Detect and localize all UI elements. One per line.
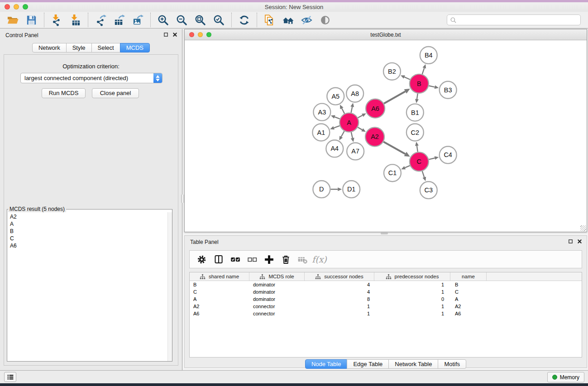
hide-panels-eye-button[interactable] — [297, 13, 316, 27]
table-row[interactable]: A6connector11A6 — [190, 310, 582, 317]
graph-node-A8[interactable]: A8 — [346, 85, 363, 102]
graph-node-C1[interactable]: C1 — [384, 164, 401, 181]
scrollbar-thumb[interactable] — [381, 232, 388, 234]
graph-node-C4[interactable]: C4 — [440, 146, 457, 163]
memory-button[interactable]: Memory — [547, 372, 584, 382]
search-field[interactable] — [447, 14, 581, 25]
graph-node-C2[interactable]: C2 — [406, 124, 424, 141]
column-header-successor-nodes[interactable]: successor nodes — [305, 272, 374, 281]
graph-node-B4[interactable]: B4 — [420, 47, 437, 64]
graph-edge-A-A7[interactable] — [351, 132, 354, 142]
graph-node-A3[interactable]: A3 — [313, 104, 330, 121]
tab-network[interactable]: Network — [32, 43, 67, 52]
column-header-shared-name[interactable]: shared name — [190, 272, 249, 281]
float-table-panel-icon[interactable] — [568, 239, 573, 244]
close-table-panel-icon[interactable] — [577, 239, 582, 244]
task-history-button[interactable] — [4, 372, 16, 382]
mcds-result-item[interactable]: C — [10, 235, 167, 242]
export-network-button[interactable] — [91, 13, 110, 27]
graph-node-C3[interactable]: C3 — [420, 181, 437, 199]
tab-edge-table[interactable]: Edge Table — [347, 359, 389, 369]
deselect-all-button[interactable] — [244, 252, 261, 267]
graph-node-B1[interactable]: B1 — [406, 104, 424, 121]
graph-node-B[interactable]: B — [410, 74, 429, 93]
clipboard-network-button[interactable] — [260, 13, 279, 27]
open-folder-button[interactable] — [4, 13, 22, 27]
graph-edge-A-A3[interactable] — [331, 115, 340, 119]
graph-node-A4[interactable]: A4 — [326, 140, 343, 157]
graph-edge-A-A1[interactable] — [330, 126, 339, 129]
tab-node-table[interactable]: Node Table — [305, 359, 348, 369]
gear-button[interactable] — [194, 252, 210, 267]
graph-edge-B-B1[interactable] — [415, 94, 419, 103]
columns-button[interactable] — [210, 252, 227, 267]
float-panel-icon[interactable] — [163, 32, 168, 37]
show-eye-button[interactable] — [316, 13, 335, 27]
tab-mcds[interactable]: MCDS — [120, 43, 150, 52]
splitter-grip[interactable] — [181, 195, 184, 203]
tab-network-table[interactable]: Network Table — [388, 359, 438, 369]
export-image-button[interactable] — [129, 13, 147, 27]
graph-edge-A-A5[interactable] — [340, 105, 344, 114]
destroy-table-button[interactable] — [294, 252, 311, 267]
graph-node-D[interactable]: D — [313, 181, 330, 198]
graph-node-A7[interactable]: A7 — [347, 143, 364, 160]
run-mcds-button[interactable]: Run MCDS — [42, 88, 86, 98]
save-button[interactable] — [22, 13, 41, 27]
graph-node-B2[interactable]: B2 — [383, 63, 401, 80]
refresh-button[interactable] — [235, 13, 253, 27]
mcds-result-item[interactable]: A6 — [10, 242, 167, 249]
tab-select[interactable]: Select — [91, 43, 120, 52]
import-network-button[interactable] — [48, 13, 66, 27]
table-row[interactable]: Bdominator41B — [190, 281, 582, 288]
zoom-in-button[interactable] — [154, 13, 172, 27]
function-builder-button[interactable]: f(x) — [311, 252, 328, 267]
graph-edge-B-B2[interactable] — [401, 75, 410, 79]
graph-edge-C-C3[interactable] — [422, 171, 426, 181]
graph-node-A1[interactable]: A1 — [312, 124, 330, 141]
mcds-result-item[interactable]: A2 — [10, 213, 167, 220]
criterion-dropdown[interactable]: largest connected component (directed) — [20, 73, 163, 83]
home-network-button[interactable] — [279, 13, 297, 27]
graph-edge-A6-B[interactable] — [384, 89, 410, 104]
zoom-selected-button[interactable] — [210, 13, 228, 27]
graph-node-A5[interactable]: A5 — [327, 88, 344, 105]
graph-edge-A-A8[interactable] — [350, 103, 354, 113]
graph-edge-A-A4[interactable] — [339, 131, 344, 140]
column-header-predecessor-nodes[interactable]: predecessor nodes — [374, 272, 450, 281]
graph-node-B3[interactable]: B3 — [440, 81, 457, 99]
zoom-out-button[interactable] — [172, 13, 191, 27]
result-scrollbar[interactable] — [167, 212, 172, 361]
resize-grip-icon[interactable] — [580, 225, 586, 231]
mcds-result-item[interactable]: B — [10, 228, 167, 235]
graph-edge-A2-C[interactable] — [383, 142, 410, 157]
graph-node-D1[interactable]: D1 — [343, 181, 360, 198]
graph-edge-D-D1[interactable] — [330, 187, 342, 191]
mcds-result-item[interactable]: A — [10, 220, 167, 228]
graph-edge-B-B3[interactable] — [429, 85, 439, 89]
close-panel-icon[interactable] — [172, 32, 177, 37]
close-panel-button[interactable]: Close panel — [92, 88, 139, 98]
table-row[interactable]: Cdominator41C — [190, 288, 582, 295]
graph-edge-A-A6[interactable] — [358, 113, 366, 118]
graph-edge-B-B4[interactable] — [422, 64, 426, 74]
zoom-fit-button[interactable] — [191, 13, 210, 27]
search-input[interactable] — [459, 17, 578, 23]
graph-node-A6[interactable]: A6 — [366, 99, 385, 118]
export-table-button[interactable] — [110, 13, 129, 27]
graph-node-C[interactable]: C — [410, 152, 429, 171]
network-canvas[interactable]: AA1A2A3A4A5A6A7A8BB1B2B3B4CC1C2C3C4DD1 — [185, 41, 587, 232]
import-table-button[interactable] — [66, 13, 85, 27]
graph-edge-C-C4[interactable] — [429, 156, 439, 160]
tab-motifs[interactable]: Motifs — [438, 359, 466, 369]
table-row[interactable]: A2connector11A2 — [190, 303, 582, 310]
graph-edge-C-C2[interactable] — [415, 142, 419, 152]
graph-edge-C-C1[interactable] — [401, 166, 410, 169]
tab-style[interactable]: Style — [66, 43, 92, 52]
graph-node-A2[interactable]: A2 — [365, 128, 384, 147]
graph-edge-A-A2[interactable] — [358, 127, 366, 132]
table-row[interactable]: Adominator80A — [190, 295, 582, 303]
column-header-name[interactable]: name — [450, 272, 487, 281]
trash-button[interactable] — [277, 252, 294, 267]
select-all-button[interactable] — [227, 252, 244, 267]
